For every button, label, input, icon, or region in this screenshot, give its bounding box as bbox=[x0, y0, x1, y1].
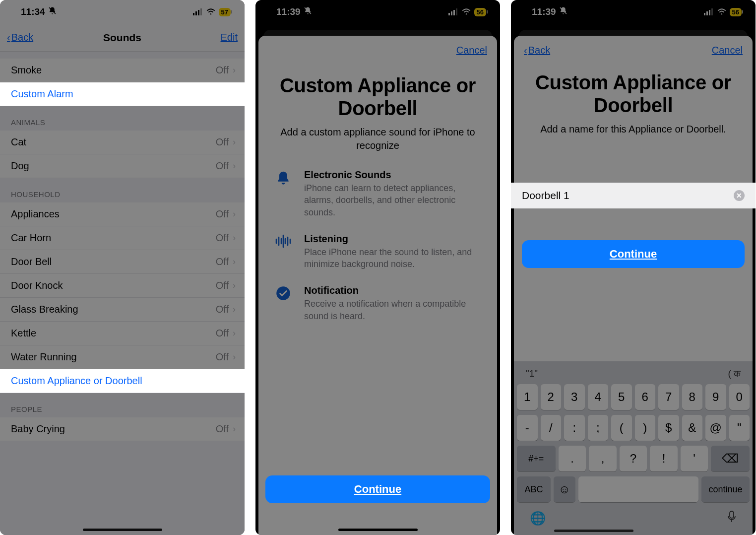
custom-alarm-row[interactable]: Custom Alarm bbox=[0, 82, 245, 106]
chevron-right-icon: › bbox=[233, 280, 236, 291]
key-abc[interactable]: ABC bbox=[517, 476, 551, 502]
mic-icon[interactable] bbox=[727, 510, 737, 527]
continue-button-highlight: Continue bbox=[255, 481, 500, 522]
clear-button[interactable]: ✕ bbox=[734, 190, 745, 201]
sound-row[interactable]: Car Horn Off › bbox=[0, 226, 245, 250]
custom-appliance-row[interactable]: Custom Appliance or Doorbell bbox=[0, 369, 245, 393]
row-label: Custom Alarm bbox=[11, 88, 236, 100]
key[interactable]: ) bbox=[635, 415, 656, 441]
feature-desc: Receive a notification when a compatible… bbox=[304, 298, 482, 322]
feature-title: Electronic Sounds bbox=[304, 169, 482, 181]
row-value: Off bbox=[216, 423, 229, 435]
key[interactable]: 8 bbox=[682, 384, 703, 410]
key[interactable]: @ bbox=[705, 415, 726, 441]
back-button[interactable]: ‹ Back bbox=[524, 45, 550, 56]
section-header-household: HOUSEHOLD bbox=[0, 178, 245, 202]
sound-row[interactable]: Door Knock Off › bbox=[0, 274, 245, 298]
sound-row[interactable]: Kettle Off › bbox=[0, 322, 245, 345]
key[interactable]: 2 bbox=[541, 384, 562, 410]
key[interactable]: $ bbox=[658, 415, 679, 441]
row-label: Water Running bbox=[11, 351, 216, 363]
chevron-left-icon: ‹ bbox=[7, 32, 10, 43]
key[interactable]: - bbox=[517, 415, 538, 441]
key[interactable]: 4 bbox=[588, 384, 609, 410]
modal-sheet: Cancel Custom Appliance or Doorbell Add … bbox=[258, 36, 497, 535]
suggestion[interactable] bbox=[597, 368, 669, 379]
status-bar: 11:39 56 bbox=[255, 0, 500, 24]
key[interactable]: . bbox=[559, 446, 586, 471]
feature-item: Notification Receive a notification when… bbox=[273, 285, 482, 322]
key[interactable]: 1 bbox=[517, 384, 538, 410]
cancel-button[interactable]: Cancel bbox=[456, 45, 487, 56]
do-not-disturb-icon bbox=[304, 6, 312, 17]
keyboard-suggestions: "1" ( क bbox=[517, 365, 750, 384]
feature-item: Electronic Sounds iPhone can learn to de… bbox=[273, 169, 482, 218]
key[interactable]: ; bbox=[588, 415, 609, 441]
key[interactable]: : bbox=[564, 415, 585, 441]
svg-rect-24 bbox=[711, 8, 713, 15]
row-label: Appliances bbox=[11, 208, 216, 220]
key-symbols[interactable]: #+= bbox=[517, 446, 556, 471]
key[interactable]: " bbox=[729, 415, 750, 441]
key[interactable]: ? bbox=[620, 446, 647, 471]
sound-row-dog[interactable]: Dog Off › bbox=[0, 154, 245, 178]
row-value: Off bbox=[216, 304, 229, 315]
continue-button[interactable]: Continue bbox=[522, 240, 745, 268]
row-value: Off bbox=[216, 136, 229, 148]
check-circle-icon bbox=[273, 285, 293, 322]
status-bar: 11:34 57 bbox=[0, 0, 245, 24]
key-backspace[interactable]: ⌫ bbox=[711, 446, 750, 471]
waveform-icon bbox=[273, 233, 293, 270]
key-emoji[interactable]: ☺ bbox=[554, 476, 575, 502]
sound-row-baby-crying[interactable]: Baby Crying Off › bbox=[0, 417, 245, 441]
row-label: Door Knock bbox=[11, 280, 216, 291]
globe-icon[interactable]: 🌐 bbox=[530, 511, 546, 526]
back-button[interactable]: ‹ Back bbox=[7, 32, 33, 43]
cancel-button[interactable]: Cancel bbox=[712, 45, 743, 56]
key[interactable]: ' bbox=[681, 446, 708, 471]
home-indicator[interactable] bbox=[554, 530, 633, 532]
key[interactable]: 6 bbox=[635, 384, 656, 410]
edit-button[interactable]: Edit bbox=[221, 32, 238, 43]
status-time: 11:39 bbox=[276, 6, 301, 17]
feature-desc: Place iPhone near the sound to listen, a… bbox=[304, 246, 482, 270]
sound-row[interactable]: Water Running Off › bbox=[0, 345, 245, 369]
key[interactable]: / bbox=[541, 415, 562, 441]
svg-rect-1 bbox=[193, 13, 194, 15]
key[interactable]: 0 bbox=[729, 384, 750, 410]
feature-title: Listening bbox=[304, 233, 482, 245]
status-time: 11:34 bbox=[21, 6, 45, 17]
name-field-highlight: ✕ bbox=[511, 183, 756, 208]
screen-sounds-list: 11:34 57 ‹ Back Sounds Edit Smoke bbox=[0, 0, 245, 535]
sound-row-cat[interactable]: Cat Off › bbox=[0, 131, 245, 154]
feature-desc: iPhone can learn to detect appliances, a… bbox=[304, 182, 482, 218]
key-space[interactable] bbox=[578, 476, 698, 502]
key[interactable]: & bbox=[682, 415, 703, 441]
home-indicator[interactable] bbox=[83, 529, 162, 531]
sound-row-smoke[interactable]: Smoke Off › bbox=[0, 59, 245, 82]
key[interactable]: 5 bbox=[611, 384, 632, 410]
suggestion[interactable]: "1" bbox=[522, 368, 597, 379]
name-input[interactable] bbox=[522, 190, 734, 201]
key[interactable]: 3 bbox=[564, 384, 585, 410]
key[interactable]: 9 bbox=[705, 384, 726, 410]
sound-row[interactable]: Door Bell Off › bbox=[0, 250, 245, 274]
svg-point-5 bbox=[210, 13, 211, 14]
sound-row[interactable]: Appliances Off › bbox=[0, 202, 245, 226]
key[interactable]: ! bbox=[650, 446, 678, 471]
row-value: Off bbox=[216, 208, 229, 220]
home-indicator[interactable] bbox=[338, 529, 418, 531]
battery-indicator: 57 bbox=[219, 8, 231, 16]
suggestion[interactable]: ( क bbox=[669, 368, 745, 379]
row-value: Off bbox=[216, 351, 229, 363]
key[interactable]: 7 bbox=[658, 384, 679, 410]
row-label: Smoke bbox=[11, 65, 216, 76]
key[interactable]: , bbox=[589, 446, 617, 471]
continue-button[interactable]: Continue bbox=[265, 475, 490, 503]
svg-rect-26 bbox=[730, 511, 734, 518]
name-field[interactable]: ✕ bbox=[511, 183, 756, 208]
sound-row[interactable]: Glass Breaking Off › bbox=[0, 298, 245, 322]
section-header-animals: ANIMALS bbox=[0, 106, 245, 131]
key[interactable]: ( bbox=[611, 415, 632, 441]
key-continue[interactable]: continue bbox=[701, 476, 750, 502]
